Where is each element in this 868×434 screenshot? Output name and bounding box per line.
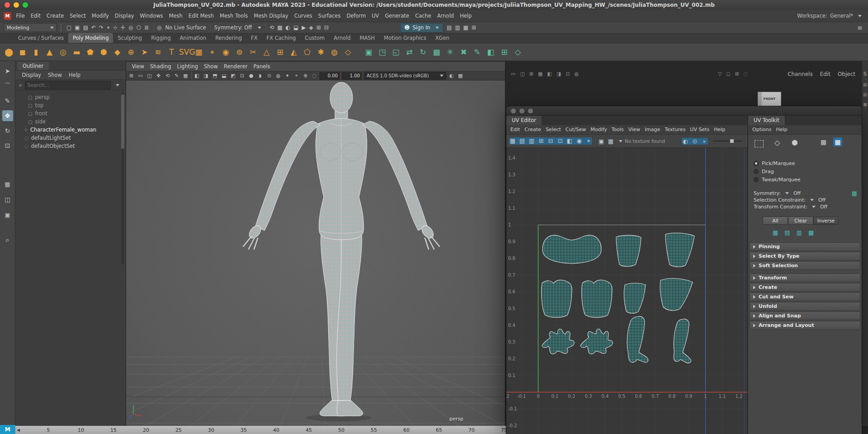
maximize-window-button[interactable]	[23, 2, 28, 8]
sidebar-toggle-icon[interactable]: ▦	[862, 102, 868, 107]
scrollbar-thumb[interactable]	[121, 94, 124, 149]
channel-box-tab[interactable]: Channels	[788, 71, 813, 77]
panel-toolbar-icon[interactable]: ◧	[547, 71, 552, 77]
toolkit-section-header[interactable]: Cut and Sew	[750, 292, 860, 301]
texture-image-icon[interactable]: ▣	[598, 138, 605, 145]
panel-toolbar-icon[interactable]: ⊞	[735, 71, 739, 77]
frame-number[interactable]: 45	[292, 427, 325, 433]
status-toolbar-icon[interactable]: ▤	[83, 24, 88, 31]
viewport-toolbar-icon[interactable]: ⟲	[165, 73, 170, 79]
outliner-tab[interactable]: Outliner	[17, 62, 49, 70]
menu-item[interactable]: Select	[543, 125, 563, 134]
shelf-tool-icon[interactable]: ▬	[71, 45, 83, 59]
shelf-tool-icon[interactable]: T	[165, 45, 178, 59]
shelf-tool-icon[interactable]: ◇	[512, 45, 524, 59]
outliner-item[interactable]: ▢ persp	[15, 93, 126, 101]
menu-item[interactable]: Help	[66, 71, 83, 80]
menu-item[interactable]: Textures	[662, 125, 688, 134]
status-toolbar-icon[interactable]: ▣	[75, 24, 80, 31]
menu-item[interactable]: Deform	[344, 10, 369, 22]
menu-item[interactable]: View	[129, 62, 147, 71]
status-toolbar-icon[interactable]: ▦	[463, 24, 468, 31]
frame-number[interactable]: 35	[227, 427, 260, 433]
uv-toolbar-icon[interactable]: ⊟	[547, 137, 554, 145]
symmetry-dropdown[interactable]: Symmetry: Off	[214, 24, 252, 31]
search-input[interactable]	[25, 81, 111, 90]
tool-icon[interactable]: ↻	[2, 125, 13, 136]
menu-item[interactable]: Edit	[508, 125, 522, 134]
shelf-tool-icon[interactable]: ✖	[458, 45, 470, 59]
status-toolbar-icon[interactable]: ◎	[128, 24, 133, 31]
viewport-toolbar-icon[interactable]: ◗	[257, 73, 263, 79]
status-toolbar-icon[interactable]: ⬓	[293, 24, 298, 31]
toolkit-section-header[interactable]: Pinning	[750, 242, 860, 251]
frame-number[interactable]: 75	[488, 427, 506, 433]
sign-in-button[interactable]: ☻ Sign In	[400, 23, 443, 33]
shelf-tool-icon[interactable]: ◍	[328, 45, 340, 59]
viewport-toolbar-icon[interactable]: ◍	[275, 73, 281, 79]
outliner-item[interactable]: ▢ top	[15, 101, 126, 109]
panel-toolbar-icon[interactable]: ◍	[574, 71, 579, 77]
shelf-tool-icon[interactable]: ⊚	[233, 45, 245, 59]
status-toolbar-icon[interactable]: ▤	[447, 24, 452, 31]
panel-toolbar-icon[interactable]: ⊡	[566, 71, 570, 77]
shelf-tool-icon[interactable]: ◭	[288, 45, 300, 59]
menu-item[interactable]: Edit Mesh	[185, 10, 217, 22]
viewport-toolbar-icon[interactable]: ⬒	[212, 73, 218, 79]
shelf-tab[interactable]: Animation	[175, 33, 211, 43]
status-toolbar-icon[interactable]: ⟲	[269, 24, 274, 31]
panel-toolbar-icon[interactable]: ◻	[726, 71, 730, 77]
distribute-icon[interactable]: ▩	[808, 229, 814, 236]
maximize-window-button[interactable]	[528, 108, 533, 113]
menu-item[interactable]: Show	[45, 71, 65, 80]
menu-item[interactable]: Select	[67, 10, 89, 22]
viewport-toolbar-icon[interactable]: ✥	[156, 73, 161, 79]
toolkit-section-header[interactable]: Create	[750, 283, 860, 292]
tool-icon[interactable]: ✎	[2, 95, 13, 106]
shelf-tool-icon[interactable]: ◉	[220, 45, 232, 59]
gamma-field[interactable]: 1.00	[342, 72, 362, 80]
status-toolbar-icon[interactable]: ⊟	[324, 24, 329, 31]
shelf-tool-icon[interactable]: ↻	[417, 45, 429, 59]
viewport-toolbar-icon[interactable]: ◌	[311, 73, 317, 79]
uv-toolbar-icon[interactable]: ▦	[509, 137, 516, 145]
menu-item[interactable]: Cut/Sew	[563, 125, 588, 134]
cube-object-icon[interactable]: ⬢	[792, 138, 798, 147]
shelf-tool-icon[interactable]: ⬤	[3, 45, 15, 59]
shelf-tool-icon[interactable]: ◆	[111, 45, 123, 59]
shelf-tab[interactable]: Arnold	[329, 33, 355, 43]
uv-editor-tab[interactable]: UV Editor	[506, 116, 542, 125]
frame-number[interactable]: 10	[65, 427, 97, 433]
viewport-toolbar-icon[interactable]: ⬓	[221, 73, 227, 79]
shelf-tab[interactable]: Rendering	[211, 33, 246, 43]
status-toolbar-icon[interactable]: ≣	[144, 24, 149, 31]
shelf-tool-icon[interactable]: ⇄	[403, 45, 415, 59]
menu-item[interactable]: Create	[44, 10, 67, 22]
radio-option[interactable]: Pick/Marquee	[754, 160, 862, 166]
checker-icon[interactable]: ▦	[607, 138, 614, 145]
shelf-tool-icon[interactable]: ➤	[138, 45, 151, 59]
shelf-tab[interactable]: FX	[246, 33, 262, 43]
status-toolbar-icon[interactable]: ▢	[66, 24, 71, 31]
grip-handle[interactable]	[61, 24, 63, 31]
close-window-button[interactable]	[511, 108, 516, 113]
status-toolbar-icon[interactable]: ▦	[277, 24, 282, 31]
menu-item[interactable]: Help	[457, 10, 475, 22]
shelf-tool-icon[interactable]: ⊞	[274, 45, 286, 59]
menu-set-dropdown[interactable]: Modeling	[4, 23, 57, 32]
tool-icon[interactable]: ⊡	[2, 140, 13, 151]
menu-item[interactable]: Generate	[382, 10, 412, 22]
outliner-item-character[interactable]: ⬦ CharacterFemale_woman	[15, 126, 126, 134]
menu-item[interactable]: Edit	[28, 10, 43, 22]
channel-box-tab[interactable]: Edit	[820, 71, 830, 77]
menu-item[interactable]: Renderer	[221, 62, 251, 71]
layout-button-icon[interactable]: ▣	[2, 210, 13, 221]
menu-item[interactable]: File	[13, 10, 28, 22]
distribute-icon[interactable]: ▦	[773, 229, 778, 236]
viewport-toolbar-icon[interactable]: ▭	[137, 73, 143, 79]
uv-canvas[interactable]: 1.41.31.21.110.90.80.70.60.50.40.30.20.1…	[506, 148, 747, 434]
shelf-tool-icon[interactable]: △	[260, 45, 273, 59]
shelf-tool-icon[interactable]: ◼	[16, 45, 28, 59]
channel-box-tab[interactable]: Object	[838, 71, 855, 77]
shelf-tool-icon[interactable]: ✱	[315, 45, 327, 59]
